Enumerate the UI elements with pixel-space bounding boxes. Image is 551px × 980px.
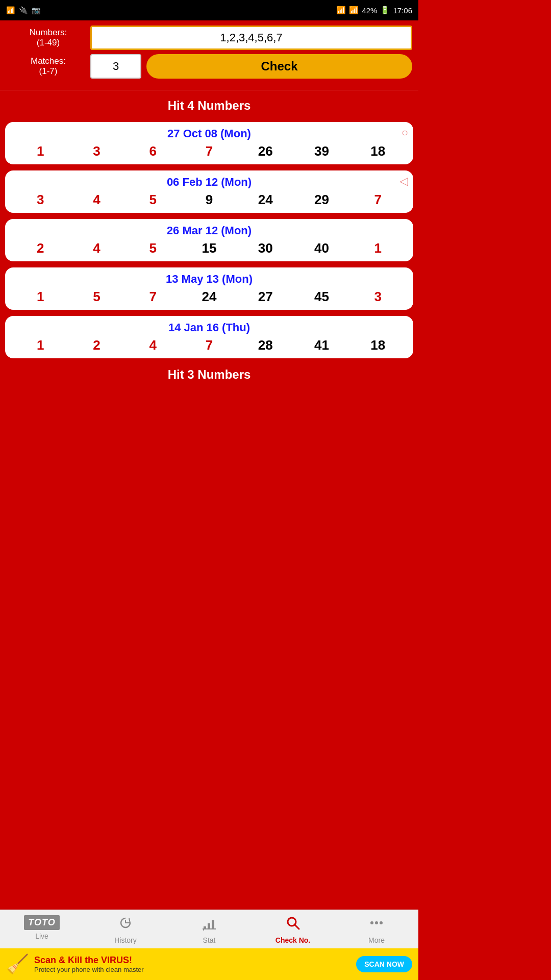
num: 30 <box>256 240 274 256</box>
num: 1 <box>31 289 49 305</box>
matches-label: Matches:(1-7) <box>6 56 90 77</box>
result-card-2: 06 Feb 12 (Mon) 3 4 5 9 24 29 7 ◁ <box>5 170 413 213</box>
num: 18 <box>369 337 387 353</box>
hit4-header: Hit 4 Numbers <box>0 92 418 119</box>
svg-point-10 <box>370 921 373 924</box>
result-card-3: 26 Mar 12 (Mon) 2 4 5 15 30 40 1 <box>5 219 413 261</box>
toto-logo-icon: TOTO <box>24 915 59 930</box>
ad-text: Scan & Kill the VIRUS! Protect your phon… <box>34 955 351 973</box>
numbers-input[interactable] <box>90 26 412 50</box>
num: 9 <box>200 192 218 208</box>
num: 24 <box>200 289 218 305</box>
ad-banner: 🧹 Scan & Kill the VIRUS! Protect your ph… <box>0 948 418 980</box>
num: 5 <box>144 240 162 256</box>
card-numbers-1: 1 3 6 7 26 39 18 <box>12 143 406 159</box>
image-icon: 📷 <box>32 6 40 14</box>
content-spacer <box>0 388 418 910</box>
result-card-5: 14 Jan 16 (Thu) 1 2 4 7 28 41 18 <box>5 316 413 358</box>
num: 1 <box>31 337 49 353</box>
bottom-nav: TOTO Live History Stat <box>0 910 418 948</box>
status-bar: 📶 🔌 📷 📶 📶 42% 🔋 17:06 <box>0 0 418 20</box>
num: 4 <box>87 240 106 256</box>
num: 3 <box>31 192 49 208</box>
result-card-4: 13 May 13 (Mon) 1 5 7 24 27 45 3 <box>5 267 413 310</box>
num: 3 <box>87 143 106 159</box>
card-numbers-5: 1 2 4 7 28 41 18 <box>12 337 406 353</box>
card-date-2: 06 Feb 12 (Mon) <box>12 176 406 189</box>
ad-brush-icon: 🧹 <box>6 953 29 975</box>
nav-label-stat: Stat <box>203 936 216 944</box>
history-icon <box>118 915 133 934</box>
svg-rect-6 <box>203 918 216 919</box>
svg-rect-5 <box>203 928 216 929</box>
num: 4 <box>144 337 162 353</box>
num: 1 <box>369 240 387 256</box>
nav-item-checkno[interactable]: Check No. <box>251 910 335 948</box>
usb-icon: 🔌 <box>19 6 28 14</box>
card-numbers-2: 3 4 5 9 24 29 7 <box>12 192 406 208</box>
num: 24 <box>256 192 274 208</box>
battery-percent: 42% <box>362 6 377 15</box>
status-left-icons: 📶 🔌 📷 <box>6 6 40 14</box>
nav-label-more: More <box>368 936 385 944</box>
num: 40 <box>313 240 331 256</box>
svg-line-9 <box>295 925 299 929</box>
svg-rect-3 <box>208 923 210 929</box>
svg-point-12 <box>380 921 383 924</box>
num: 28 <box>256 337 274 353</box>
check-button[interactable]: Check <box>146 54 412 79</box>
svg-point-11 <box>375 921 378 924</box>
num: 7 <box>369 192 387 208</box>
svg-rect-4 <box>212 920 214 929</box>
num: 39 <box>313 143 331 159</box>
hit3-header: Hit 3 Numbers <box>0 361 418 388</box>
num: 3 <box>369 289 387 305</box>
svg-rect-7 <box>203 928 204 930</box>
status-right-icons: 📶 📶 42% 🔋 17:06 <box>336 6 412 15</box>
top-input-area: Numbers:(1-49) Matches:(1-7) Check <box>0 20 418 88</box>
num: 6 <box>144 143 162 159</box>
card-icon-circle: ○ <box>402 126 408 139</box>
num: 2 <box>31 240 49 256</box>
matches-input[interactable] <box>90 54 141 79</box>
wifi-icon: 📶 <box>6 6 15 14</box>
nav-label-checkno: Check No. <box>276 936 310 944</box>
more-icon <box>369 915 384 934</box>
battery-icon: 🔋 <box>380 6 390 15</box>
result-card-1: 27 Oct 08 (Mon) 1 3 6 7 26 39 18 ○ <box>5 122 413 164</box>
stat-icon <box>202 915 217 934</box>
num: 5 <box>87 289 106 305</box>
num: 41 <box>313 337 331 353</box>
numbers-label: Numbers:(1-49) <box>6 28 90 48</box>
divider-top <box>0 90 418 90</box>
search-icon <box>285 915 300 934</box>
num: 2 <box>87 337 106 353</box>
num: 45 <box>313 289 331 305</box>
ad-main-text: Scan & Kill the VIRUS! <box>34 955 351 966</box>
signal-icon: 📶 <box>349 6 359 15</box>
nav-item-stat[interactable]: Stat <box>167 910 251 948</box>
card-numbers-3: 2 4 5 15 30 40 1 <box>12 240 406 256</box>
card-date-1: 27 Oct 08 (Mon) <box>12 127 406 140</box>
nav-item-more[interactable]: More <box>335 910 418 948</box>
num: 29 <box>313 192 331 208</box>
num: 27 <box>256 289 274 305</box>
numbers-row: Numbers:(1-49) <box>6 26 412 50</box>
bluetooth-icon: 📶 <box>336 6 346 15</box>
nav-item-live[interactable]: TOTO Live <box>0 910 84 948</box>
nav-label-live: Live <box>35 932 48 940</box>
nav-item-history[interactable]: History <box>84 910 167 948</box>
clock: 17:06 <box>393 6 412 15</box>
nav-label-history: History <box>114 936 137 944</box>
num: 1 <box>31 143 49 159</box>
num: 7 <box>200 337 218 353</box>
card-date-4: 13 May 13 (Mon) <box>12 273 406 286</box>
num: 7 <box>200 143 218 159</box>
num: 7 <box>144 289 162 305</box>
card-icon-triangle: ◁ <box>399 175 408 188</box>
scan-now-button[interactable]: SCAN NOW <box>356 956 412 972</box>
card-date-5: 14 Jan 16 (Thu) <box>12 321 406 334</box>
matches-row: Matches:(1-7) Check <box>6 54 412 79</box>
card-numbers-4: 1 5 7 24 27 45 3 <box>12 289 406 305</box>
ad-sub-text: Protect your phone with clean master <box>34 966 351 973</box>
